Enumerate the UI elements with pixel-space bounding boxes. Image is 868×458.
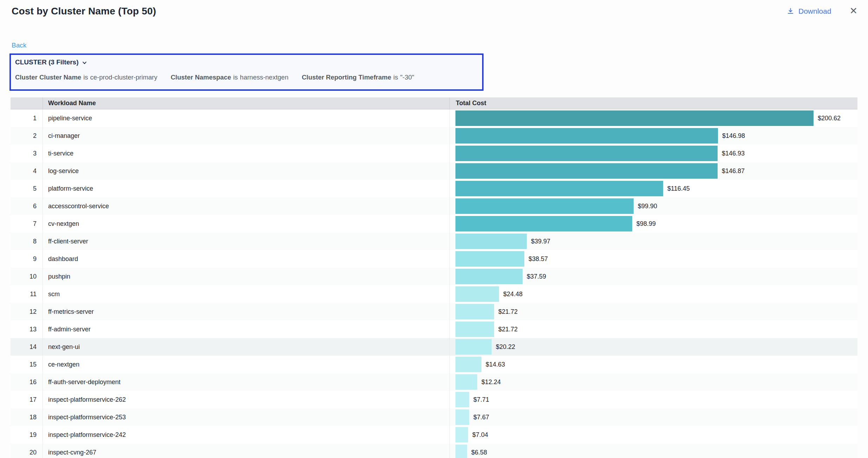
workload-name: inspect-platformservice-253 [43,408,450,426]
row-rank: 1 [11,109,43,127]
chevron-down-icon [82,59,87,65]
cost-value-label: $146.87 [722,167,745,175]
table-row[interactable]: 6 accesscontrol-service $99.90 [11,197,857,215]
row-rank: 13 [11,320,43,338]
download-label: Download [798,7,831,15]
cost-value-label: $98.99 [636,220,656,228]
cost-value-label: $200.62 [818,115,841,122]
row-rank: 4 [11,162,43,180]
row-rank: 18 [11,408,43,426]
total-cost-cell: $146.98 [450,127,857,145]
table-row[interactable]: 16 ff-auth-server-deployment $12.24 [11,373,857,391]
workload-name: ce-nextgen [43,356,450,373]
cost-value-label: $7.04 [472,431,488,439]
workload-name: scm [43,285,450,303]
cost-bar [455,146,718,161]
cost-bar [455,339,492,355]
download-button[interactable]: Download [787,7,831,15]
row-rank: 15 [11,356,43,373]
workload-name: log-service [43,162,450,180]
workload-name: ff-metrics-server [43,303,450,320]
table-row[interactable]: 12 ff-metrics-server $21.72 [11,303,857,320]
filter-field: Cluster Reporting Timeframe [302,74,391,81]
total-cost-cell: $7.04 [450,426,857,444]
table-row[interactable]: 17 inspect-platformservice-262 $7.71 [11,391,857,408]
cost-value-label: $38.57 [529,255,548,263]
row-rank: 11 [11,285,43,303]
filter-operator: is [233,74,238,81]
cost-value-label: $116.45 [667,185,690,192]
modal-header: Cost by Cluster Name (Top 50) Download ✕ [0,0,868,17]
table-header-row: Workload Name Total Cost [11,97,857,109]
cost-value-label: $20.22 [496,343,515,351]
page-title: Cost by Cluster Name (Top 50) [12,6,156,17]
workload-name: ff-admin-server [43,320,450,338]
workload-name: next-gen-ui [43,338,450,356]
table-row[interactable]: 15 ce-nextgen $14.63 [11,356,857,373]
table-row[interactable]: 10 pushpin $37.59 [11,268,857,285]
total-cost-cell: $116.45 [450,180,857,197]
close-icon[interactable]: ✕ [849,6,857,16]
cost-bar [455,374,477,390]
cost-value-label: $21.72 [498,326,518,333]
table-row[interactable]: 9 dashboard $38.57 [11,250,857,268]
total-cost-cell: $39.97 [450,233,857,250]
workload-name: pushpin [43,268,450,285]
cost-bar [455,445,467,458]
filter-value: harness-nextgen [240,74,289,81]
filter-chip[interactable]: Cluster Cluster Name is ce-prod-cluster-… [15,74,157,81]
total-cost-cell: $6.58 [450,444,857,458]
cost-bar [455,216,632,231]
table-row[interactable]: 1 pipeline-service $200.62 [11,109,857,127]
cost-value-label: $146.93 [722,150,745,157]
table-row[interactable]: 20 inspect-cvng-267 $6.58 [11,444,857,458]
filter-value: ce-prod-cluster-primary [90,74,157,81]
filter-field: Cluster Cluster Name [15,74,81,81]
total-cost-cell: $21.72 [450,303,857,320]
workload-name: dashboard [43,250,450,268]
cost-bar [455,163,718,179]
workload-name: inspect-cvng-267 [43,444,450,458]
cost-value-label: $37.59 [527,273,546,280]
table-row[interactable]: 18 inspect-platformservice-253 $7.67 [11,408,857,426]
row-rank: 6 [11,197,43,215]
table-row[interactable]: 2 ci-manager $146.98 [11,127,857,145]
table-row[interactable]: 4 log-service $146.87 [11,162,857,180]
filter-list: Cluster Cluster Name is ce-prod-cluster-… [15,74,478,81]
cost-by-cluster-modal: Cost by Cluster Name (Top 50) Download ✕… [0,0,868,458]
cost-value-label: $39.97 [531,238,550,245]
rank-column-header [11,97,43,109]
cluster-filter-dropdown[interactable]: CLUSTER (3 Filters) [15,58,478,66]
table-row[interactable]: 14 next-gen-ui $20.22 [11,338,857,356]
total-cost-cell: $38.57 [450,250,857,268]
table-row[interactable]: 3 ti-service $146.93 [11,145,857,162]
row-rank: 20 [11,444,43,458]
download-icon [787,7,794,15]
filter-chip[interactable]: Cluster Namespace is harness-nextgen [171,74,289,81]
workload-name: pipeline-service [43,109,450,127]
cost-bar [455,198,634,214]
workload-name: cv-nextgen [43,215,450,233]
workload-name: ff-auth-server-deployment [43,373,450,391]
filter-operator: is [393,74,398,81]
workload-name: ff-client-server [43,233,450,250]
cost-bar [455,269,523,284]
total-cost-cell: $146.93 [450,145,857,162]
table-row[interactable]: 8 ff-client-server $39.97 [11,233,857,250]
table-row[interactable]: 5 platform-service $116.45 [11,180,857,197]
total-cost-cell: $14.63 [450,356,857,373]
row-rank: 3 [11,145,43,162]
back-link[interactable]: Back [12,42,26,49]
table-row[interactable]: 7 cv-nextgen $98.99 [11,215,857,233]
table-row[interactable]: 13 ff-admin-server $21.72 [11,320,857,338]
filter-chip[interactable]: Cluster Reporting Timeframe is "-30" [302,74,414,81]
cost-value-label: $21.72 [498,308,518,316]
row-rank: 8 [11,233,43,250]
filter-operator: is [83,74,88,81]
table-row[interactable]: 11 scm $24.48 [11,285,857,303]
table-row[interactable]: 19 inspect-platformservice-242 $7.04 [11,426,857,444]
workload-name: inspect-platformservice-242 [43,426,450,444]
workload-name: ci-manager [43,127,450,145]
row-rank: 16 [11,373,43,391]
filter-field: Cluster Namespace [171,74,231,81]
